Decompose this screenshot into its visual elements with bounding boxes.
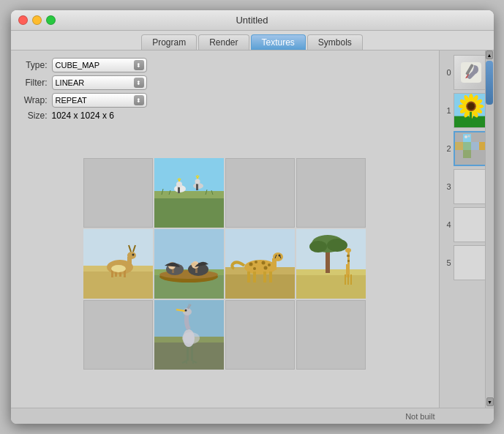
svg-rect-118 [455, 142, 463, 150]
svg-point-71 [327, 239, 347, 252]
size-row: Size: 1024 x 1024 x 6 [18, 111, 432, 121]
scroll-up-button[interactable]: ▲ [486, 50, 493, 59]
type-select[interactable]: CUBE_MAP 2D 3D [52, 58, 147, 72]
cube-cell-1-1[interactable] [154, 229, 224, 299]
svg-point-8 [195, 179, 200, 184]
status-bar: Not built [11, 408, 494, 424]
svg-rect-119 [463, 142, 471, 150]
window-title: Untitled [236, 15, 268, 26]
svg-point-61 [273, 252, 283, 261]
svg-point-55 [264, 266, 268, 269]
svg-rect-1 [154, 195, 224, 228]
type-label: Type: [18, 60, 48, 70]
cube-cell-0-3[interactable] [296, 158, 366, 228]
cube-cell-2-1[interactable] [154, 300, 224, 370]
tab-textures[interactable]: Textures [251, 34, 306, 50]
tab-render[interactable]: Render [198, 34, 249, 50]
svg-point-50 [249, 262, 253, 266]
thumb-box-3[interactable] [454, 169, 489, 204]
cube-cell-2-3[interactable] [296, 300, 366, 370]
cube-grid [83, 158, 366, 370]
thumb-box-2[interactable] [454, 131, 489, 166]
content-area: Type: CUBE_MAP 2D 3D Filter: LI [11, 50, 494, 408]
svg-rect-79 [350, 274, 352, 285]
thumb-index-4: 4 [443, 220, 451, 229]
svg-point-114 [467, 102, 475, 110]
svg-point-123 [464, 135, 467, 138]
cube-cell-0-0[interactable] [83, 158, 153, 228]
cube-cell-1-2[interactable] [225, 229, 295, 299]
svg-rect-120 [471, 142, 479, 150]
wrap-select[interactable]: REPEAT CLAMP MIRROR [52, 93, 147, 108]
svg-rect-2 [154, 191, 224, 198]
svg-rect-57 [253, 272, 256, 283]
type-select-wrapper: CUBE_MAP 2D 3D [52, 58, 147, 72]
wrap-select-wrapper: REPEAT CLAMP MIRROR [52, 93, 147, 108]
thumb-box-0[interactable] [454, 55, 489, 90]
cube-cell-0-1[interactable] [154, 158, 224, 228]
status-text: Not built [405, 412, 435, 421]
svg-rect-59 [269, 272, 272, 283]
thumb-sunflower-image [454, 94, 488, 127]
svg-point-32 [111, 265, 126, 272]
svg-rect-78 [347, 274, 349, 285]
main-panel: Type: CUBE_MAP 2D 3D Filter: LI [11, 50, 439, 408]
scrollbar: ▲ ▼ [485, 50, 494, 408]
cube-grid-container [18, 127, 432, 400]
cube-cell-0-2[interactable] [225, 158, 295, 228]
svg-point-31 [132, 253, 135, 255]
filter-label: Filter: [18, 78, 48, 88]
svg-point-7 [176, 182, 182, 187]
scrollbar-thumb[interactable] [486, 61, 493, 105]
maximize-button[interactable] [46, 15, 56, 25]
thumb-index-5: 5 [443, 258, 451, 267]
svg-point-124 [467, 135, 470, 138]
close-button[interactable] [18, 15, 28, 25]
svg-rect-117 [463, 134, 471, 142]
titlebar: Untitled [11, 10, 494, 31]
svg-rect-67 [296, 269, 366, 275]
filter-select[interactable]: LINEAR NEAREST MIPMAP [52, 75, 147, 90]
filter-row: Filter: LINEAR NEAREST MIPMAP [18, 75, 432, 90]
thumb-index-3: 3 [443, 182, 451, 191]
tab-program[interactable]: Program [141, 34, 197, 50]
svg-rect-47 [225, 272, 295, 299]
cube-cell-2-2[interactable] [225, 300, 295, 370]
minimize-button[interactable] [32, 15, 42, 25]
svg-rect-66 [296, 273, 366, 299]
svg-point-74 [345, 248, 351, 252]
svg-point-64 [279, 254, 281, 256]
thumb-box-1[interactable] [454, 93, 489, 128]
svg-point-70 [309, 241, 327, 252]
tab-symbols[interactable]: Symbols [307, 34, 363, 50]
svg-point-51 [255, 261, 257, 263]
thumb-box-4[interactable] [454, 207, 489, 242]
svg-point-54 [253, 267, 256, 270]
svg-point-28 [127, 252, 136, 259]
svg-rect-73 [347, 251, 350, 267]
size-value: 1024 x 1024 x 6 [52, 111, 114, 121]
main-window: Untitled Program Render Textures Symbols… [11, 10, 494, 424]
scroll-down-button[interactable]: ▼ [486, 397, 494, 406]
svg-rect-115 [470, 112, 472, 123]
svg-rect-58 [263, 272, 266, 283]
thumb-index-1: 1 [443, 106, 451, 115]
tab-bar: Program Render Textures Symbols [11, 31, 494, 50]
svg-point-95 [182, 332, 200, 344]
svg-rect-75 [347, 255, 350, 257]
cube-cell-1-3[interactable] [296, 229, 366, 299]
svg-rect-6 [196, 183, 198, 190]
svg-rect-77 [345, 274, 346, 285]
wrap-label: Wrap: [18, 95, 48, 105]
type-row: Type: CUBE_MAP 2D 3D [18, 58, 432, 72]
size-label: Size: [18, 111, 48, 121]
cube-cell-1-0[interactable] [83, 229, 153, 299]
svg-point-92 [185, 309, 187, 311]
thumb-index-2: 2 [443, 144, 451, 153]
svg-point-52 [262, 261, 266, 264]
thumb-box-5[interactable] [454, 245, 489, 280]
cube-cell-2-0[interactable] [83, 300, 153, 370]
traffic-lights [18, 15, 56, 25]
svg-rect-56 [247, 272, 250, 283]
svg-point-45 [191, 263, 197, 266]
